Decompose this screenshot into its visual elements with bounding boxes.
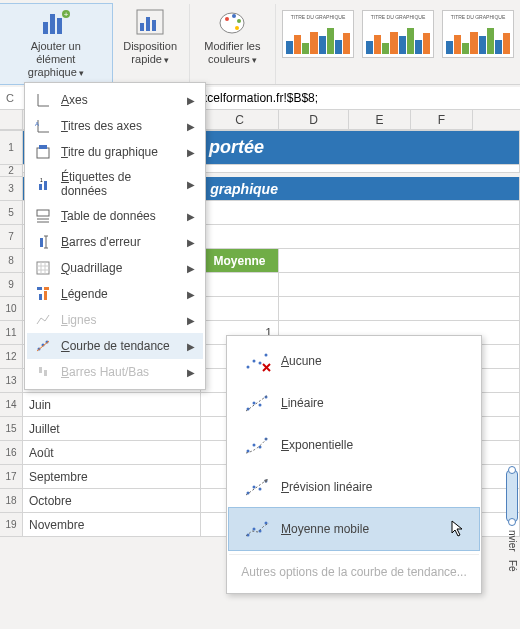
svg-point-54 [259,404,262,407]
svg-rect-2 [57,18,62,34]
menu-label: Courbe de tendance [61,339,177,353]
chart-selection-handle[interactable]: nvier Fé [506,470,518,571]
menu-label: Titres des axes [61,119,177,133]
row-header[interactable]: 5 [0,201,23,225]
menu-label: Moyenne mobile [281,522,441,536]
row-header[interactable]: 12 [0,345,23,369]
svg-point-46 [247,366,250,369]
menu-item-titres-des-axes[interactable]: ATitres des axes▶ [27,113,203,139]
svg-rect-36 [39,294,42,300]
chart-style-gallery: TITRE DU GRAPHIQUE TITRE DU GRAPHIQUE TI… [276,4,520,62]
submenu-arrow-icon: ▶ [187,341,195,352]
menu-icon [35,208,51,224]
select-all-corner[interactable] [0,110,23,130]
menu-icon [35,260,51,276]
menu-item-courbe-de-tendance[interactable]: Courbe de tendance▶ [27,333,203,359]
svg-rect-7 [146,17,150,31]
row-header[interactable]: 14 [0,393,23,417]
chevron-down-icon: ▾ [79,68,84,78]
trendline-icon [243,476,271,498]
chart-style-thumb[interactable]: TITRE DU GRAPHIQUE [282,10,354,58]
trendline-option-moyenne-mobile[interactable]: Moyenne mobile [228,507,480,551]
col-header[interactable]: D [279,110,349,130]
svg-rect-20 [39,145,47,149]
svg-point-62 [253,486,256,489]
col-header[interactable]: C [201,110,279,130]
ribbon-change-colors[interactable]: Modifier les couleurs▾ [190,4,276,84]
submenu-arrow-icon: ▶ [187,289,195,300]
trendline-option-pr-vision-lin-aire[interactable]: Prévision linéaire [229,466,479,508]
menu-item-barres-haut-bas: Barres Haut/Bas▶ [27,359,203,385]
trendline-option-lin-aire[interactable]: Linéaire [229,382,479,424]
ribbon-add-element-label: Ajouter un élément graphique▾ [10,40,102,80]
submenu-arrow-icon: ▶ [187,121,195,132]
row-header[interactable]: 13 [0,369,23,393]
svg-text:1: 1 [40,177,43,183]
axis-label-fragment: Fé [507,560,518,572]
submenu-arrow-icon: ▶ [187,147,195,158]
menu-label: Exponentielle [281,438,465,452]
menu-item-table-de-donn-es[interactable]: Table de données▶ [27,203,203,229]
svg-point-13 [235,26,239,30]
quick-layout-icon [134,6,166,38]
more-trendline-options[interactable]: Autres options de la courbe de tendance.… [229,554,479,589]
svg-point-58 [253,444,256,447]
row-header[interactable]: 11 [0,321,23,345]
trendline-icon [243,434,271,456]
svg-point-47 [253,360,256,363]
svg-line-43 [37,341,49,351]
row-header[interactable]: 15 [0,417,23,441]
row-header[interactable]: 8 [0,249,23,273]
svg-rect-45 [44,370,47,376]
row-header[interactable]: 17 [0,465,23,489]
svg-point-48 [259,362,262,365]
row-header[interactable]: 7 [0,225,23,249]
svg-rect-38 [37,287,42,290]
row-header[interactable]: 18 [0,489,23,513]
svg-rect-0 [43,22,48,34]
row-header[interactable]: 9 [0,273,23,297]
row-header[interactable]: 1 [0,131,23,165]
svg-rect-44 [39,367,42,373]
submenu-arrow-icon: ▶ [187,315,195,326]
col-header[interactable]: E [349,110,411,130]
menu-label: Prévision linéaire [281,480,465,494]
add-chart-element-menu: Axes▶ATitres des axes▶Titre du graphique… [24,82,206,390]
row-header[interactable]: 3 [0,177,23,201]
menu-item-lignes: Lignes▶ [27,307,203,333]
menu-label: Table de données [61,209,177,223]
menu-item-l-gende[interactable]: Légende▶ [27,281,203,307]
ribbon-quick-layout-label: Disposition rapide▾ [122,40,179,67]
menu-item-quadrillage[interactable]: Quadrillage▶ [27,255,203,281]
svg-point-63 [259,488,262,491]
row-header[interactable]: 2 [0,165,23,177]
menu-item--tiquettes-de-donn-es[interactable]: 1Étiquettes de données▶ [27,165,203,203]
svg-point-57 [247,450,250,453]
chart-style-thumb[interactable]: TITRE DU GRAPHIQUE [362,10,434,58]
trendline-icon [243,350,271,372]
menu-label: Linéaire [281,396,465,410]
ribbon-add-chart-element[interactable]: + Ajouter un élément graphique▾ [0,3,113,85]
cell[interactable] [201,273,279,297]
svg-rect-6 [140,23,144,31]
ribbon-quick-layout[interactable]: Disposition rapide▾ [112,4,190,84]
row-header[interactable]: 10 [0,297,23,321]
menu-item-axes[interactable]: Axes▶ [27,87,203,113]
svg-rect-8 [152,20,156,31]
ribbon: + Ajouter un élément graphique▾ Disposit… [0,0,520,85]
menu-icon: 1 [35,176,51,192]
chart-style-thumb[interactable]: TITRE DU GRAPHIQUE [442,10,514,58]
row-header[interactable]: 16 [0,441,23,465]
row-header[interactable]: 19 [0,513,23,537]
cursor-icon [451,520,465,538]
trendline-option-exponentielle[interactable]: Exponentielle [229,424,479,466]
svg-point-49 [265,354,268,357]
svg-text:A: A [35,121,39,127]
menu-icon: A [35,118,51,134]
col-header[interactable]: F [411,110,473,130]
trendline-option-aucune[interactable]: Aucune [229,340,479,382]
submenu-arrow-icon: ▶ [187,237,195,248]
menu-item-barres-d-erreur[interactable]: Barres d'erreur▶ [27,229,203,255]
menu-item-titre-du-graphique[interactable]: Titre du graphique▶ [27,139,203,165]
trendline-submenu: AucuneLinéaireExponentiellePrévision lin… [226,335,482,594]
